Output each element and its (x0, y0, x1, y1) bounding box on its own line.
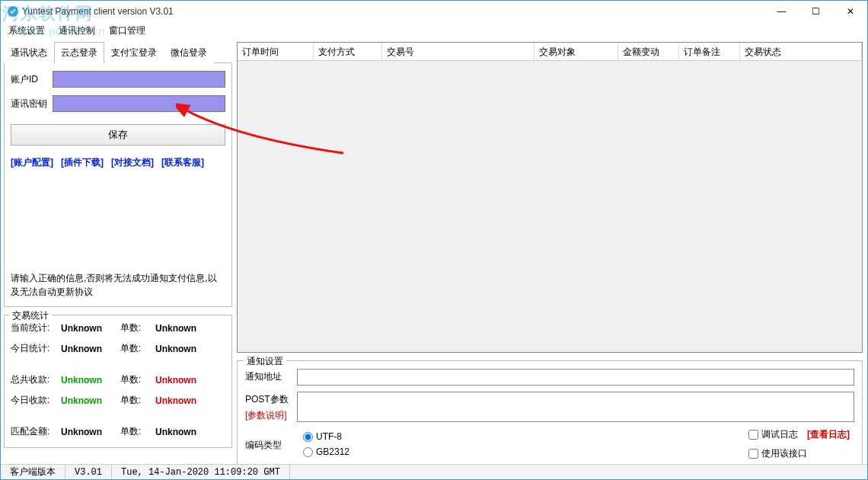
stat-value: Unknown (155, 395, 209, 406)
table-header: 订单时间 支付方式 交易号 交易对象 金额变动 订单备注 交易状态 (238, 43, 862, 61)
app-icon (7, 5, 19, 18)
account-id-label: 账户ID (11, 73, 53, 86)
menu-comm[interactable]: 通讯控制 (59, 24, 95, 37)
menu-window[interactable]: 窗口管理 (109, 24, 145, 37)
stat-label: 单数: (120, 394, 149, 407)
th-pay-method[interactable]: 支付方式 (314, 43, 382, 60)
comm-key-label: 通讯密钥 (11, 98, 53, 110)
notify-addr-label: 通知地址 (245, 369, 291, 383)
maximize-button[interactable]: ☐ (799, 1, 833, 22)
view-log-link[interactable]: [查看日志] (807, 428, 850, 441)
radio-gb2312[interactable]: GB2312 (303, 446, 349, 457)
tab-comm-status[interactable]: 通讯状态 (4, 42, 54, 63)
minimize-button[interactable]: — (764, 1, 799, 22)
stats-legend: 交易统计 (9, 309, 52, 322)
stat-label: 单数: (120, 425, 149, 438)
link-contact-support[interactable]: [联系客服] (161, 156, 204, 169)
stat-label: 单数: (120, 322, 149, 334)
stats-box: 交易统计 当前统计: Unknown 单数: Unknown 今日统计: Unk… (4, 315, 232, 448)
stat-label: 今日收款: (11, 394, 55, 407)
menubar: 系统设置 通讯控制 窗口管理 (1, 22, 867, 39)
notify-legend: 通知设置 (244, 355, 286, 368)
stat-label: 单数: (120, 373, 149, 386)
post-param-input[interactable] (297, 392, 854, 422)
notify-addr-input[interactable] (297, 369, 854, 386)
status-version: V3.01 (65, 465, 112, 479)
stat-value: Unknown (155, 323, 209, 334)
th-remark[interactable]: 订单备注 (679, 43, 740, 60)
order-table[interactable]: 订单时间 支付方式 交易号 交易对象 金额变动 订单备注 交易状态 (237, 42, 863, 353)
stat-value: Unknown (61, 323, 114, 334)
stat-value: Unknown (155, 427, 209, 437)
checkbox-use-port[interactable]: 使用该接口 (748, 447, 807, 460)
statusbar: 客户端版本 V3.01 Tue, 14-Jan-2020 11:09:20 GM… (1, 464, 867, 479)
stat-value: Unknown (61, 395, 114, 406)
close-button[interactable]: ✕ (833, 1, 867, 22)
stat-label: 当前统计: (11, 322, 55, 334)
stat-label: 今日统计: (11, 342, 55, 355)
link-api-docs[interactable]: [对接文档] (111, 156, 154, 169)
tab-body: 账户ID 通讯密钥 保存 [账户配置] [插件下载] [对接文档] [联系客服]… (4, 63, 232, 307)
stat-value: Unknown (61, 427, 114, 437)
left-tabs: 通讯状态 云态登录 支付宝登录 微信登录 (4, 42, 232, 63)
th-txn-id[interactable]: 交易号 (382, 43, 535, 60)
comm-key-input[interactable] (53, 95, 225, 112)
th-status[interactable]: 交易状态 (740, 43, 862, 60)
window-title: Yuntest Payment client version V3.01 (22, 6, 174, 17)
stat-value: Unknown (61, 375, 114, 386)
notify-settings: 通知设置 通知地址 POST参数 [参数说明] 编码类型 UTF-8 GB231… (237, 360, 863, 466)
menu-system[interactable]: 系统设置 (8, 24, 45, 37)
stat-label: 单数: (120, 342, 149, 355)
encoding-label: 编码类型 (245, 437, 291, 452)
post-param-label: POST参数 (245, 394, 289, 405)
th-txn-target[interactable]: 交易对象 (535, 43, 618, 60)
link-account-config[interactable]: [账户配置] (11, 156, 53, 169)
titlebar: Yuntest Payment client version V3.01 — ☐… (1, 1, 867, 22)
stat-label: 匹配金额: (11, 425, 55, 438)
form-hint: 请输入正确的信息,否则将无法成功通知支付信息,以及无法自动更新协议 (11, 271, 225, 299)
status-datetime: Tue, 14-Jan-2020 11:09:20 GMT (112, 465, 290, 479)
stat-value: Unknown (155, 344, 209, 354)
tab-wechat-login[interactable]: 微信登录 (164, 42, 214, 63)
post-param-hint[interactable]: [参数说明] (245, 409, 291, 422)
radio-utf8[interactable]: UTF-8 (303, 431, 349, 442)
tab-alipay-login[interactable]: 支付宝登录 (104, 42, 164, 63)
account-id-input[interactable] (53, 71, 225, 88)
th-amount[interactable]: 金额变动 (618, 43, 679, 60)
save-button[interactable]: 保存 (11, 124, 225, 146)
stat-label: 总共收款: (11, 373, 55, 386)
stat-value: Unknown (155, 375, 209, 386)
status-client-version-label: 客户端版本 (1, 465, 65, 479)
link-plugin-download[interactable]: [插件下载] (61, 156, 104, 169)
checkbox-debug-log[interactable]: 调试日志 (748, 428, 798, 441)
th-order-time[interactable]: 订单时间 (238, 43, 314, 60)
stat-value: Unknown (61, 344, 114, 354)
tab-cloud-login[interactable]: 云态登录 (54, 42, 104, 63)
